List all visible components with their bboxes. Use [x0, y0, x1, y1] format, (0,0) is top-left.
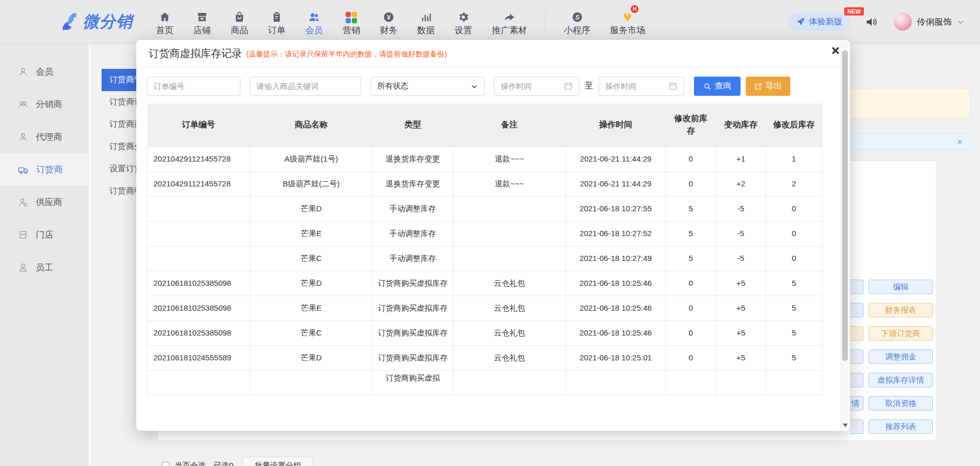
new-badge: NEW [844, 7, 864, 16]
nav-item-marketing[interactable]: 营销 [335, 9, 368, 35]
table-row: 202106181025385098芒果E订货商购买虚拟库存云仓礼包2021-0… [147, 296, 822, 321]
sidebar-item-staff[interactable]: 员工 [0, 251, 88, 284]
scrollbar-down-arrow[interactable] [843, 424, 848, 427]
close-icon[interactable]: × [831, 44, 840, 58]
action-button[interactable]: 取消资格 [869, 396, 933, 411]
table-cell: 0 [666, 271, 716, 296]
order-number-input[interactable] [147, 77, 240, 96]
nav-item-product[interactable]: 商品 [223, 9, 256, 35]
sidebar-item-member[interactable]: 会员 [0, 55, 88, 88]
sidebar-item-store[interactable]: 门店 [0, 219, 88, 251]
sidebar-item-supplier-orders[interactable]: 订货商 [0, 153, 88, 186]
action-button[interactable]: 财务报表 [869, 303, 933, 317]
time-to-input[interactable] [599, 77, 684, 96]
modal-scrollbar[interactable] [841, 41, 848, 430]
table-cell: 芒果C [250, 321, 373, 345]
submenu-item-5[interactable]: 订货商申 [102, 180, 138, 202]
nav-item-service-market[interactable]: H 服务市场 [602, 9, 653, 35]
people-group-icon [18, 99, 29, 110]
table-cell: 202104291121455728 [147, 147, 250, 171]
modal-title: 订货商虚拟库存记录 [149, 47, 242, 61]
submenu-item-2[interactable]: 订货商商 [102, 113, 138, 136]
time-from-input[interactable] [494, 77, 579, 96]
table-cell: 2021-06-18 10:27:52 [566, 221, 666, 246]
table-cell: 202106181025385098 [147, 271, 250, 296]
select-all-checkbox[interactable] [162, 462, 169, 466]
batch-group-button[interactable]: 批量设置分组 [243, 457, 313, 466]
partial-action-button[interactable]: 情 [850, 396, 863, 411]
table-cell [147, 370, 250, 395]
submenu-item-0[interactable]: 订货商管 [102, 69, 138, 91]
nav-item-member[interactable]: 会员 [297, 9, 331, 35]
hot-badge: H [631, 5, 638, 13]
export-button[interactable]: 导出 [746, 77, 790, 96]
submenu-item-3[interactable]: 订货商分 [102, 136, 138, 158]
try-new-version-button[interactable]: 体验新版 NEW [788, 13, 850, 31]
sidebar-item-distributor[interactable]: 分销商 [0, 88, 88, 121]
account-menu[interactable]: 伶俐服饰 [893, 12, 964, 31]
table-cell: 5 [766, 321, 822, 345]
partial-action-buttons: 情 [850, 280, 863, 443]
partial-action-button[interactable] [850, 303, 863, 317]
table-cell: 2021-06-18 10:25:01 [566, 345, 666, 370]
svg-text:S: S [575, 13, 579, 21]
table-cell: 云仓礼包 [453, 321, 566, 345]
nav-item-data[interactable]: 数据 [409, 9, 443, 35]
nav-item-order[interactable]: 订单 [260, 9, 293, 35]
action-buttons: 编辑财务报表下级订货商调整佣金虚拟库存详情取消资格推荐列表 [869, 280, 933, 443]
table-cell: 芒果D [250, 196, 373, 221]
submenu-item-1[interactable]: 订货商订 [102, 91, 138, 113]
table-cell: 芒果E [250, 221, 373, 246]
logo-icon [58, 11, 80, 33]
action-button[interactable]: 推荐列表 [869, 419, 933, 434]
table-cell: 芒果D [250, 271, 373, 296]
nav-item-home[interactable]: 首页 [148, 9, 181, 35]
marketing-dots-icon [346, 9, 357, 23]
table-cell: 2021-06-21 11:44:29 [566, 147, 666, 171]
action-button[interactable]: 编辑 [869, 280, 933, 294]
sidebar-item-agent[interactable]: 代理商 [0, 121, 88, 153]
table-row: 202106181025385098芒果D订货商购买虚拟库存云仓礼包2021-0… [147, 271, 822, 296]
diamond-icon: H [621, 9, 634, 23]
partial-action-button[interactable] [850, 280, 863, 294]
action-button[interactable]: 虚拟库存详情 [869, 373, 933, 387]
table-cell [453, 221, 566, 246]
nav-item-promo-material[interactable]: 推广素材 [484, 9, 535, 35]
speaker-icon[interactable] [865, 15, 879, 29]
top-navbar: 微分销 首页 店铺 商品 [0, 0, 980, 44]
product-keyword-input[interactable] [250, 77, 361, 96]
table-row: 202106181025385098芒果C订货商购买虚拟库存云仓礼包2021-0… [147, 321, 822, 345]
banner-close-icon[interactable]: × [957, 135, 962, 149]
partial-action-button[interactable] [850, 326, 863, 341]
submenu-item-4[interactable]: 设置订货 [102, 158, 138, 180]
table-cell: -5 [716, 196, 766, 221]
partial-action-button[interactable] [850, 419, 863, 434]
status-select[interactable]: 所有状态 [371, 77, 485, 96]
sidebar-item-vendor[interactable]: 供应商 [0, 186, 88, 219]
members-icon [307, 9, 321, 23]
table-cell [716, 370, 766, 395]
export-icon [754, 82, 762, 91]
staff-person-icon [18, 262, 29, 273]
partial-action-button[interactable] [850, 373, 863, 387]
table-cell [147, 196, 250, 221]
partial-action-button[interactable] [850, 350, 863, 364]
scrollbar-thumb[interactable] [842, 50, 848, 361]
action-button[interactable]: 调整佣金 [869, 350, 933, 364]
app-logo: 微分销 [58, 11, 133, 33]
action-button[interactable]: 下级订货商 [869, 326, 933, 341]
table-cell: -5 [716, 246, 766, 271]
search-button[interactable]: 查询 [694, 77, 741, 96]
nav-item-miniprogram[interactable]: S 小程序 [556, 9, 598, 35]
table-cell [566, 370, 666, 395]
table-cell: 5 [666, 196, 716, 221]
nav-item-settings[interactable]: 设置 [447, 9, 480, 35]
search-icon [703, 82, 712, 91]
nav-item-shop[interactable]: 店铺 [186, 9, 219, 35]
table-cell: 订货商购买虚拟库存 [373, 321, 453, 345]
table-cell [453, 246, 566, 271]
table-cell: 5 [666, 246, 716, 271]
table-cell: 芒果C [250, 246, 373, 271]
nav-item-finance[interactable]: ¥ 财务 [372, 9, 405, 35]
yuan-circle-icon: ¥ [382, 9, 395, 23]
